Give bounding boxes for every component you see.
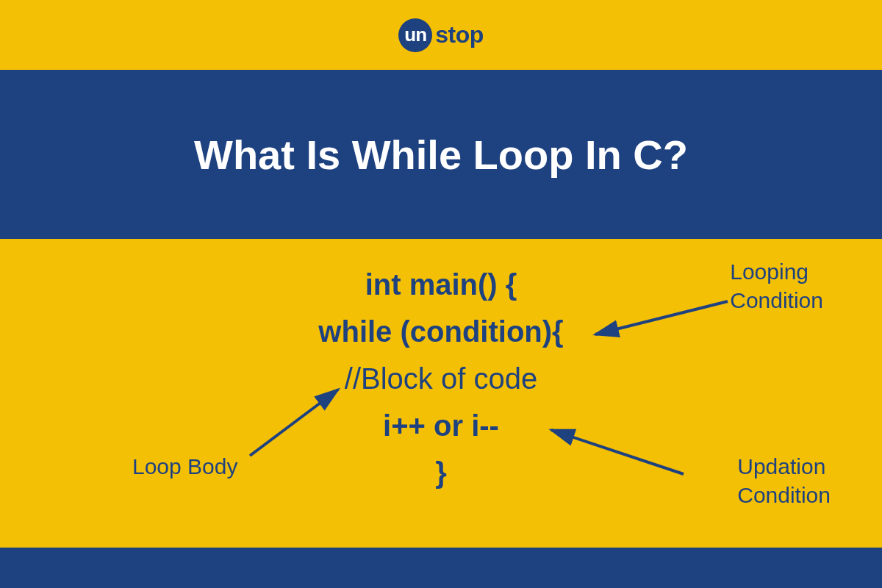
annotation-loopbody-text: Loop Body <box>132 454 237 478</box>
title-band: What Is While Loop In C? <box>0 70 882 239</box>
annotation-updation-condition: Updation Condition <box>737 452 831 509</box>
code-line-2: while (condition){ <box>0 308 882 355</box>
annotation-looping-l1: Looping <box>730 259 808 284</box>
logo-suffix: stop <box>435 21 484 49</box>
footer-band <box>0 548 882 588</box>
page-title: What Is While Loop In C? <box>194 131 688 179</box>
annotation-loop-body: Loop Body <box>132 452 237 481</box>
annotation-looping-l2: Condition <box>730 288 823 312</box>
content-band: int main() { while (condition){ //Block … <box>0 239 882 548</box>
annotation-updation-l2: Condition <box>737 483 831 507</box>
code-line-3: //Block of code <box>0 355 882 402</box>
annotation-updation-l1: Updation <box>737 454 825 478</box>
header-band: un stop <box>0 0 882 70</box>
annotation-looping-condition: Looping Condition <box>730 257 823 315</box>
logo: un stop <box>398 18 484 52</box>
logo-circle: un <box>398 18 432 52</box>
code-line-4: i++ or i-- <box>0 402 882 449</box>
